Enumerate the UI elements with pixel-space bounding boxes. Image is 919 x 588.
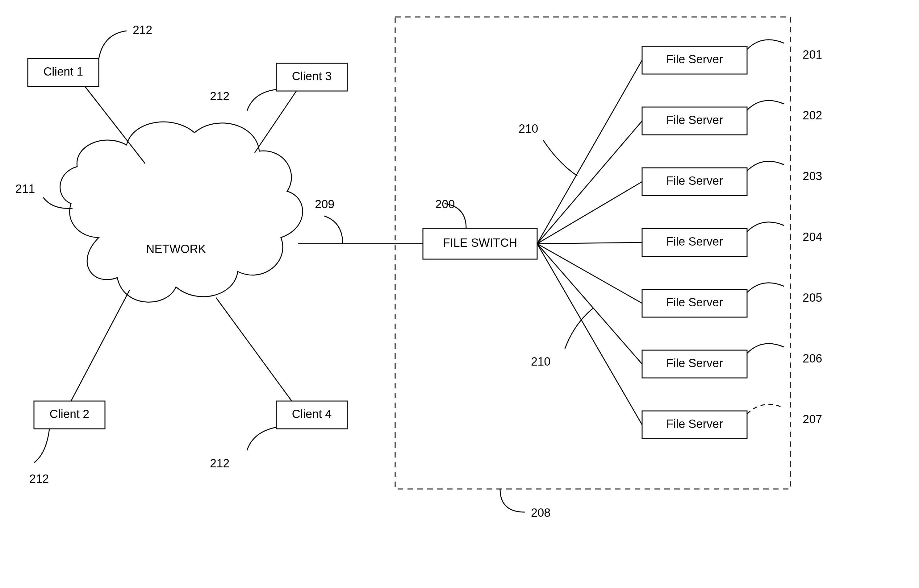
switch-server-5-link: [537, 244, 642, 303]
server-5-label: File Server: [666, 296, 723, 309]
server-7-label: File Server: [666, 417, 723, 430]
server-4-label: File Server: [666, 235, 723, 248]
client-2-label: Client 2: [50, 407, 89, 420]
server-6-leader: [747, 344, 784, 353]
client-4-link: [216, 298, 292, 401]
server-6-ref: 206: [803, 352, 822, 365]
client-4-label: Client 4: [292, 407, 332, 420]
server-5-ref: 205: [803, 291, 822, 304]
switch-server-2-link: [537, 121, 642, 244]
server-1-label: File Server: [666, 53, 723, 66]
switch-server-7-link: [537, 244, 642, 425]
client-3-link: [255, 91, 296, 153]
diagram-root: 208 NETWORK Client 1 Client 3 Client 2 C…: [0, 0, 919, 588]
link209-leader: [324, 216, 343, 244]
server-5-leader: [747, 283, 784, 292]
client-1-ref: 212: [133, 23, 152, 36]
server-6-label: File Server: [666, 357, 723, 370]
server-7-leader: [747, 404, 784, 414]
group-ref-num: 208: [531, 506, 550, 519]
server-7-ref: 207: [803, 413, 822, 426]
client-3-ref: 212: [210, 90, 229, 103]
server-4-ref: 204: [803, 231, 822, 243]
server-3-leader: [747, 162, 784, 171]
server-2-leader: [747, 100, 784, 110]
file-switch-label: FILE SWITCH: [443, 236, 518, 249]
switch-server-4-link: [537, 242, 642, 244]
switch-server-6-link: [537, 244, 642, 364]
server-3-label: File Server: [666, 174, 723, 187]
network-ref: 211: [15, 183, 35, 195]
server-2-label: File Server: [666, 113, 723, 126]
client-4-leader: [247, 427, 276, 451]
client-3-leader: [247, 89, 276, 111]
network-cloud: [60, 122, 303, 302]
client-1-label: Client 1: [44, 65, 83, 78]
links-ref-leader-top: [543, 141, 577, 176]
server-1-ref: 201: [803, 48, 822, 61]
switch-server-1-link: [537, 60, 642, 244]
network-label: NETWORK: [146, 242, 206, 255]
group-ref-leader: [500, 489, 525, 512]
links-ref-top: 210: [519, 122, 538, 135]
links-ref-bot: 210: [531, 355, 550, 368]
server-3-ref: 203: [803, 170, 822, 183]
client-1-leader: [99, 31, 126, 59]
client-2-ref: 212: [29, 472, 49, 485]
server-2-ref: 202: [803, 109, 822, 122]
server-4-leader: [747, 222, 784, 232]
client-2-link: [71, 290, 129, 401]
server-1-leader: [747, 40, 784, 49]
switch-ref: 200: [435, 198, 455, 211]
switch-server-3-link: [537, 182, 642, 244]
client-2-leader: [34, 429, 49, 463]
links-ref-leader-bot: [565, 309, 593, 349]
client-4-ref: 212: [210, 457, 229, 470]
client-3-label: Client 3: [292, 70, 332, 83]
link209-ref: 209: [315, 198, 334, 211]
